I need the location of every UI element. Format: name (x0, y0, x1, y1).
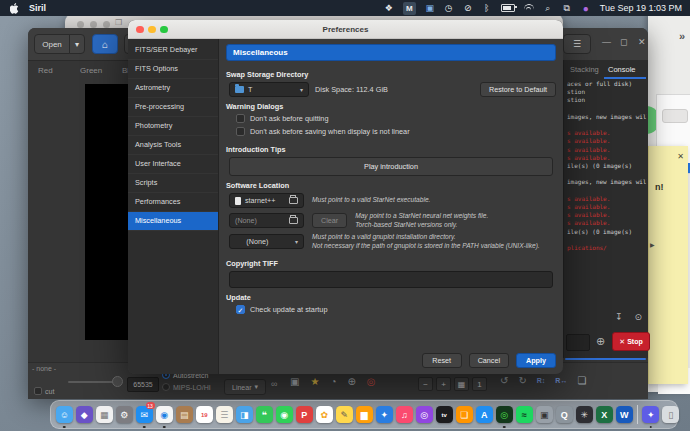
dock-spotify[interactable]: ≈ (515, 402, 534, 427)
dock-app-icon[interactable]: ❏ (456, 406, 473, 423)
target-icon[interactable]: ◎ (367, 376, 376, 387)
add-command-icon[interactable]: ⊕ (592, 333, 609, 350)
dock-orange-chart-app[interactable]: ▆ (355, 402, 374, 427)
tag-icon[interactable]: ⊙ (634, 312, 642, 322)
dock-app-icon[interactable]: A (476, 406, 493, 423)
minimize-traffic-light[interactable] (148, 26, 156, 34)
bluetooth-icon[interactable]: ᛒ (482, 2, 492, 14)
dock-mail[interactable]: ✉ 13 (135, 402, 154, 427)
muted-icon[interactable]: ⊘ (463, 2, 473, 14)
sidebar-item-photometry[interactable]: Photometry (128, 117, 218, 136)
dock-app-icon[interactable] (637, 405, 638, 424)
dock-books[interactable]: ❏ (455, 402, 474, 427)
dock-app-icon[interactable]: ≈ (516, 406, 533, 423)
dock-app-icon[interactable]: ☰ (216, 406, 233, 423)
dock-launchpad[interactable]: ▦ (95, 402, 114, 427)
clear-button[interactable]: Clear (312, 213, 347, 228)
dock-app-icon[interactable]: ▤ (176, 406, 193, 423)
note-arrow-icon[interactable]: ▶ (650, 241, 655, 248)
flip-vertical-icon[interactable]: R↕ (537, 377, 546, 384)
battery-icon[interactable] (501, 4, 515, 12)
dock-system-settings[interactable]: ⚙ (115, 402, 134, 427)
checkbox-icon[interactable] (34, 387, 42, 395)
zoom-fit-button[interactable]: ▦ (454, 377, 469, 391)
dock-facetime[interactable]: ◉ (275, 402, 294, 427)
level-slider[interactable] (68, 381, 116, 383)
sidebar-item-pre-processing[interactable]: Pre-processing (128, 98, 218, 117)
dock-app-store[interactable]: A (475, 402, 494, 427)
apple-icon[interactable] (10, 3, 19, 13)
dock-app-icon[interactable]: ✦ (376, 406, 393, 423)
menubar-clock[interactable]: Tue Sep 19 1:03 PM (600, 3, 682, 13)
tab-green[interactable]: Green (80, 66, 102, 75)
tab-red[interactable]: Red (38, 66, 53, 75)
chain-link-icon[interactable]: ∞ (271, 379, 277, 389)
open-dropdown-arrow[interactable]: ▾ (69, 34, 85, 54)
starnet-weights-picker[interactable]: (None) (229, 213, 304, 228)
command-input[interactable] (566, 334, 590, 351)
max-level-value[interactable]: 65535 (127, 377, 159, 392)
dock-app-icon[interactable]: ▆ (356, 406, 373, 423)
browse-folder-icon[interactable] (289, 217, 298, 224)
dock-tv[interactable]: tv (435, 402, 454, 427)
dock-app-icon[interactable]: ⚙ (116, 406, 133, 423)
copyright-input[interactable] (229, 271, 553, 288)
stop-button[interactable]: ✕ Stop (612, 332, 650, 351)
dont-ask-quit-checkbox[interactable]: Don't ask before quitting (236, 114, 556, 123)
fit-image-icon[interactable]: ▣ (290, 376, 299, 387)
dock-siril[interactable]: ◎ (495, 402, 514, 427)
dock-app-icon[interactable]: ◎ (416, 406, 433, 423)
zoom-traffic-light[interactable] (160, 26, 168, 34)
chevron-expand-icon[interactable]: » (679, 30, 685, 42)
tab-stacking[interactable]: Stacking (570, 65, 599, 74)
dock-word[interactable]: W (615, 402, 634, 427)
restore-default-button[interactable]: Restore to Default (480, 82, 556, 97)
dock-app-icon[interactable]: ✎ (336, 406, 353, 423)
dock-app-icon[interactable]: X (596, 406, 613, 423)
dock-gray-q-app[interactable]: Q (555, 402, 574, 427)
dock-blue-utility[interactable]: ◨ (235, 402, 254, 427)
dock-app-icon[interactable]: ◆ (76, 406, 93, 423)
dock-music[interactable]: ♫ (395, 402, 414, 427)
dock-app-icon[interactable]: ✦ (642, 406, 659, 423)
browse-folder-icon[interactable] (289, 197, 298, 204)
rotate-right-icon[interactable]: ↻ (518, 375, 526, 386)
close-button[interactable]: ✕ (638, 37, 646, 47)
checkbox-checked-icon[interactable]: ✓ (236, 305, 245, 314)
dock-trash[interactable]: ▯ (662, 402, 681, 427)
inactive-traffic-light[interactable] (90, 21, 97, 28)
sidebar-item-astrometry[interactable]: Astrometry (128, 79, 218, 98)
dock-gray-camera-app[interactable]: ▣ (535, 402, 554, 427)
flip-horizontal-icon[interactable]: R↔ (555, 377, 567, 384)
star-detection-icon[interactable]: ★ (310, 376, 319, 387)
tab-console[interactable]: Console (608, 65, 636, 74)
dock-keynote[interactable]: ✦ (375, 402, 394, 427)
dock-app-icon[interactable]: tv (436, 406, 453, 423)
starnet-exe-picker[interactable]: starnet++ (229, 193, 304, 208)
dock-messages[interactable]: ❝ (255, 402, 274, 427)
dock-app-icon[interactable]: ◨ (236, 406, 253, 423)
dock-app-icon[interactable]: 19 (196, 406, 213, 423)
dropbox-icon[interactable]: ❖ (384, 2, 394, 14)
sidebar-item-performances[interactable]: Performances (128, 193, 218, 212)
dock-app-icon[interactable]: ♫ (396, 406, 413, 423)
wifi-icon[interactable] (524, 4, 534, 12)
dock-app-icon[interactable]: ◎ (496, 406, 513, 423)
zoom-100-button[interactable]: 1 (472, 377, 487, 391)
check-update-checkbox[interactable]: ✓ Check update at startup (236, 305, 556, 314)
dock-app-icon[interactable]: ◉ (156, 406, 173, 423)
play-introduction-button[interactable]: Play introduction (229, 157, 553, 176)
dock-app-icon[interactable]: ❝ (256, 406, 273, 423)
app-menu-title[interactable]: Siril (29, 3, 46, 13)
dock-app-icon[interactable]: ✿ (316, 406, 333, 423)
apply-button[interactable]: Apply (516, 353, 556, 368)
radio-icon[interactable] (162, 383, 170, 391)
export-log-icon[interactable]: ↧ (615, 312, 623, 322)
dock-calendar[interactable]: 19 (195, 402, 214, 427)
dock-app-icon[interactable]: ✳ (576, 406, 593, 423)
hamburger-menu-button[interactable]: ☰ (563, 34, 591, 54)
timer-icon[interactable]: ◷ (444, 2, 454, 14)
minimize-button[interactable]: — (602, 37, 611, 47)
dock-safari[interactable]: ◉ (155, 402, 174, 427)
dock-app-icon[interactable]: ☺ (56, 406, 73, 423)
